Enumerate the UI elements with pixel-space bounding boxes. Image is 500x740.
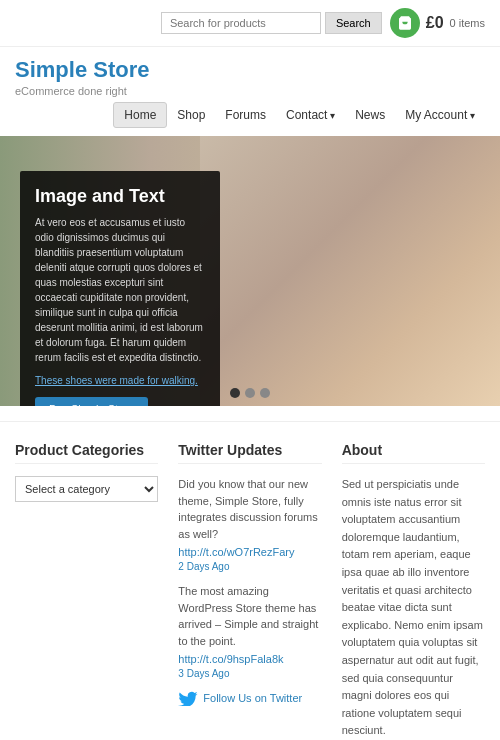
twitter-title: Twitter Updates [178, 442, 321, 464]
hero-link[interactable]: These shoes were made for walking. [35, 375, 198, 386]
follow-label: Follow Us on Twitter [203, 692, 302, 704]
hero-background: Image and Text At vero eos et accusamus … [0, 136, 500, 406]
hero-body: At vero eos et accusamus et iusto odio d… [35, 215, 205, 365]
follow-twitter-link[interactable]: Follow Us on Twitter [178, 690, 321, 706]
nav-item-myaccount[interactable]: My Account [395, 103, 485, 127]
tweet-1-date: 2 Days Ago [178, 561, 229, 572]
tweet-2-date: 3 Days Ago [178, 668, 229, 679]
main-columns: Product Categories Select a category Ele… [0, 421, 500, 740]
carousel-dot-2[interactable] [245, 388, 255, 398]
nav-item-news[interactable]: News [345, 103, 395, 127]
site-header: Simple Store eCommerce done right [0, 47, 500, 102]
hero-button[interactable]: Buy Simple Store [35, 397, 148, 406]
hero-title: Image and Text [35, 186, 205, 207]
cart-svg [397, 15, 413, 31]
nav-item-forums[interactable]: Forums [215, 103, 276, 127]
tweet-2-text: The most amazing WordPress Store theme h… [178, 583, 321, 649]
nav-item-shop[interactable]: Shop [167, 103, 215, 127]
tweet-1: Did you know that our new theme, Simple … [178, 476, 321, 573]
category-select[interactable]: Select a category Electronics Clothing B… [15, 476, 158, 502]
carousel-dot-3[interactable] [260, 388, 270, 398]
cart-items-count: 0 items [450, 17, 485, 29]
nav-item-home[interactable]: Home [113, 102, 167, 128]
cart-icon[interactable] [390, 8, 420, 38]
cart-price: £0 [426, 14, 444, 32]
header-search-form: Search [161, 12, 382, 34]
tweet-1-text: Did you know that our new theme, Simple … [178, 476, 321, 542]
hero-image [200, 136, 500, 406]
hero-overlay: Image and Text At vero eos et accusamus … [20, 171, 220, 406]
tweet-2-link[interactable]: http://t.co/9hspFala8k [178, 653, 283, 665]
header-search-button[interactable]: Search [325, 12, 382, 34]
carousel-dots [230, 388, 270, 398]
header-search-input[interactable] [161, 12, 321, 34]
about-title: About [342, 442, 485, 464]
twitter-bird-icon [178, 690, 198, 706]
product-categories-col: Product Categories Select a category Ele… [15, 442, 168, 740]
about-text: Sed ut perspiciatis unde omnis iste natu… [342, 476, 485, 740]
about-col: About Sed ut perspiciatis unde omnis ist… [332, 442, 485, 740]
twitter-col: Twitter Updates Did you know that our ne… [168, 442, 331, 740]
site-title-area: Simple Store eCommerce done right [15, 57, 149, 97]
carousel-dot-1[interactable] [230, 388, 240, 398]
site-tagline: eCommerce done right [15, 85, 149, 97]
tweet-2: The most amazing WordPress Store theme h… [178, 583, 321, 680]
cart-area: £0 0 items [390, 8, 485, 38]
nav-bar: Home Shop Forums Contact News My Account [0, 102, 500, 136]
top-bar: Search £0 0 items [0, 0, 500, 47]
tweet-1-link[interactable]: http://t.co/wO7rRezFary [178, 546, 294, 558]
product-categories-title: Product Categories [15, 442, 158, 464]
nav-item-contact[interactable]: Contact [276, 103, 345, 127]
site-title[interactable]: Simple Store [15, 57, 149, 83]
hero-section: Image and Text At vero eos et accusamus … [0, 136, 500, 406]
